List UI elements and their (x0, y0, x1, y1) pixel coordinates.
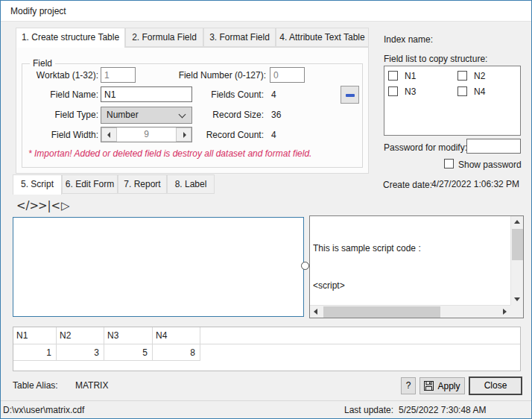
remove-field-button[interactable] (341, 86, 359, 104)
tab-report[interactable]: 7. Report (118, 174, 167, 194)
checkbox-n2[interactable] (457, 71, 467, 81)
field-width-label: Field Width: (24, 130, 98, 140)
create-date-label: Create date: (383, 180, 432, 190)
show-password-checkbox[interactable] (444, 159, 454, 168)
index-name-label: Index name: (384, 34, 433, 45)
worktab-input[interactable] (101, 67, 136, 83)
create-date-value: 4/27/2022 1:06:32 PM (431, 179, 519, 189)
sample-script-box[interactable]: This is sample script code : <script> <h… (309, 215, 524, 318)
script-editor[interactable] (13, 217, 304, 317)
field-copy-listbox: N1 N2 N3 N4 (384, 66, 521, 136)
chevron-down-icon (179, 111, 186, 119)
scroll-left-button[interactable] (310, 306, 322, 318)
tab-script[interactable]: 5. Script (13, 174, 62, 195)
save-icon (424, 381, 434, 391)
checkbox-n4[interactable] (457, 86, 467, 96)
arrow-left-icon (107, 132, 110, 138)
password-input[interactable] (466, 139, 521, 154)
field-type-value: Number (107, 110, 139, 120)
apply-button[interactable]: Apply (419, 377, 465, 394)
tab-format-field[interactable]: 3. Format Field (203, 28, 276, 47)
checkbox-n1-label: N1 (405, 71, 416, 81)
sample-script-text: This is sample script code : <script> <h… (313, 218, 509, 303)
tab-edit-form[interactable]: 6. Edit Form (62, 174, 118, 194)
table-cell[interactable]: 8 (153, 344, 200, 361)
arrow-down-icon (514, 297, 520, 301)
field-name-label: Field Name: (24, 89, 98, 100)
close-button[interactable]: Close (469, 377, 522, 395)
field-groupbox-legend: Field (30, 58, 55, 69)
record-count-label: Record Count: (189, 130, 264, 140)
help-button[interactable]: ? (401, 377, 416, 394)
data-table[interactable]: N1 N2 N3 N4 1 3 5 8 (13, 327, 521, 371)
table-header-row: N1 N2 N3 N4 (13, 327, 520, 344)
row-divider (13, 360, 200, 361)
checkbox-n1[interactable] (388, 71, 398, 81)
fields-count-label: Fields Count: (189, 89, 264, 100)
last-update-label: Last update: (344, 405, 393, 415)
scroll-up-button[interactable] (511, 216, 524, 228)
field-number-label: Field Number (0-127): (158, 70, 266, 81)
field-number-input[interactable] (270, 67, 305, 83)
tab-label[interactable]: 8. Label (167, 174, 215, 194)
apply-button-label: Apply (437, 381, 460, 391)
scroll-down-button[interactable] (511, 293, 524, 305)
column-header[interactable]: N3 (104, 327, 153, 344)
table-cell[interactable]: 1 (13, 344, 57, 361)
arrow-left-icon (314, 309, 317, 315)
field-name-input[interactable] (101, 86, 192, 102)
horizontal-scroll-thumb[interactable] (323, 306, 440, 318)
column-header[interactable]: N2 (57, 327, 104, 344)
checkbox-n4-label: N4 (474, 86, 485, 97)
field-type-select[interactable]: Number (101, 107, 192, 124)
field-groupbox: Field Worktab (1-32): Field Number (0-12… (22, 63, 363, 168)
arrow-right-icon (503, 309, 507, 315)
tab-create-structure-table[interactable]: 1. Create structure Table (16, 28, 125, 48)
record-size-value: 36 (271, 110, 281, 120)
show-password-label: Show password (458, 160, 522, 170)
vertical-scrollbar[interactable] (510, 216, 523, 305)
status-bar: D:\vx\user\matrix.cdf Last update: 5/25/… (1, 400, 531, 419)
checkbox-n3[interactable] (388, 86, 398, 96)
checkbox-n3-label: N3 (405, 86, 416, 97)
worktab-label: Worktab (1-32): (24, 70, 98, 81)
column-header[interactable]: N1 (13, 327, 57, 344)
scroll-right-button[interactable] (498, 306, 510, 318)
sample-line: <script> (313, 280, 509, 292)
modify-project-dialog: Modify project 1. Create structure Table… (0, 0, 532, 419)
code-icon[interactable]: </> (16, 199, 39, 212)
vertical-scroll-thumb[interactable] (512, 229, 523, 260)
sample-line: This is sample script code : (313, 242, 509, 255)
table-row[interactable]: 1 3 5 8 (13, 344, 520, 361)
table-alias-value: MATRIX (75, 380, 108, 391)
field-type-label: Field Type: (24, 110, 98, 120)
field-list-label: Field list to copy structure: (384, 54, 487, 64)
file-path: D:\vx\user\matrix.cdf (3, 405, 84, 415)
collapse-icon[interactable]: >|< (38, 199, 60, 212)
password-label: Password for modify: (384, 142, 467, 153)
table-alias-label: Table Alias: (13, 380, 58, 391)
last-update-value: 5/25/2022 7:30:48 AM (399, 405, 486, 415)
destroy-warning-text: * Importan! Added or deleted field is de… (28, 148, 360, 159)
arrow-right-icon (183, 132, 186, 138)
scrollbar-corner (510, 305, 523, 318)
field-width-stepper: 9 (101, 127, 192, 142)
table-cell[interactable]: 5 (104, 344, 153, 361)
run-icon[interactable]: ▷ (61, 199, 70, 212)
table-cell[interactable]: 3 (57, 344, 104, 361)
window-title: Modify project (10, 6, 66, 16)
spin-down-button[interactable] (101, 127, 117, 142)
horizontal-scrollbar[interactable] (310, 305, 510, 318)
titlebar: Modify project (1, 1, 531, 22)
fields-count-value: 4 (271, 89, 276, 100)
field-width-value: 9 (118, 129, 175, 139)
minus-icon (346, 94, 355, 97)
record-size-label: Record Size: (189, 110, 264, 120)
tab-attribute-text-table[interactable]: 4. Attribute Text Table (276, 28, 369, 47)
splitter-grip[interactable] (301, 262, 309, 270)
tab-formula-field[interactable]: 2. Formula Field (125, 28, 203, 47)
record-count-value: 4 (271, 130, 276, 140)
arrow-up-icon (514, 220, 520, 224)
column-header[interactable]: N4 (153, 327, 200, 344)
checkbox-n2-label: N2 (474, 71, 485, 81)
